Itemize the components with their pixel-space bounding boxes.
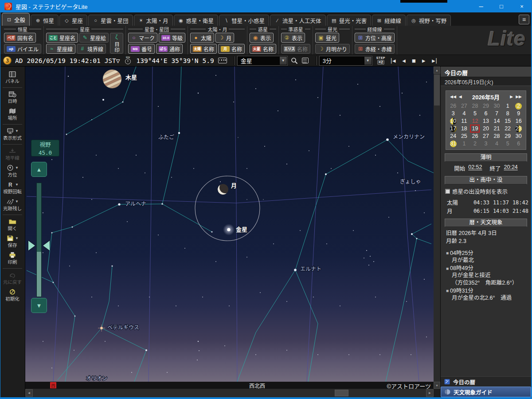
- calendar-day[interactable]: 29: [481, 102, 492, 110]
- planet-show-button[interactable]: ◉表示: [250, 33, 274, 43]
- calendar-day[interactable]: 31: [448, 140, 459, 147]
- calendar-day[interactable]: 30: [513, 133, 524, 140]
- sidebar-tool-item-[interactable]: 元に戻す: [0, 270, 25, 287]
- boundary-line-button[interactable]: #境界線: [77, 44, 106, 54]
- nebula-nickname-button[interactable]: ばら通称: [156, 44, 183, 54]
- target-select[interactable]: 金星 ▼: [238, 56, 287, 65]
- calendar-day[interactable]: 18: [459, 125, 470, 132]
- skip-back-button[interactable]: |◀: [390, 58, 395, 64]
- calendar-day[interactable]: 13: [481, 117, 492, 125]
- calendar-day[interactable]: 3: [481, 140, 492, 147]
- calendar-day[interactable]: 7: [491, 110, 502, 117]
- sidebar-tool-item-[interactable]: ▼表示形式: [0, 126, 25, 143]
- calendar-day[interactable]: 14: [491, 117, 502, 125]
- twilight-end-time[interactable]: 20:24: [504, 164, 518, 172]
- scroll-right-arrow[interactable]: ►: [426, 389, 434, 397]
- tab-general[interactable]: ⊡全般: [2, 13, 30, 26]
- timezone-dropdown[interactable]: JST▽: [105, 57, 120, 64]
- tab-daylight[interactable]: ▤昼光・光害: [327, 15, 372, 26]
- time-value[interactable]: 19:42:01: [70, 57, 101, 64]
- sidebar-tool-item-[interactable]: 場所: [0, 106, 25, 123]
- ribbon-menu-button[interactable]: ≡: [519, 15, 529, 24]
- search-icon[interactable]: [291, 57, 298, 64]
- zoom-in-button[interactable]: ▲: [31, 162, 47, 177]
- calendar-day[interactable]: 26: [469, 133, 481, 140]
- calendar-day[interactable]: 17: [448, 125, 459, 132]
- calendar-day[interactable]: 9: [513, 110, 524, 117]
- sun-name-button[interactable]: 太陽名称: [190, 44, 217, 54]
- nebula-mark-button[interactable]: ○マーク: [128, 33, 157, 43]
- sidebar-tool-item-[interactable]: 印刷: [0, 250, 25, 267]
- azimuth-altitude-button[interactable]: ⊞方位・高度: [355, 33, 395, 43]
- nebula-magnitude-button[interactable]: 10.0等級: [159, 33, 185, 43]
- sidebar-tool-item-[interactable]: 開く: [0, 216, 25, 233]
- calendar-day[interactable]: 27: [459, 102, 470, 110]
- calendar-day[interactable]: 11: [459, 117, 470, 125]
- fov-slider-handle-left[interactable]: [28, 241, 35, 250]
- skip-forward-button[interactable]: ▶|: [432, 58, 437, 64]
- calendar-day[interactable]: 6: [481, 110, 492, 117]
- longitude-value[interactable]: 139°44'E: [137, 57, 168, 64]
- calendar-day[interactable]: 27: [481, 133, 492, 140]
- calendar-day[interactable]: 2: [469, 140, 481, 147]
- calendar-day[interactable]: 2: [513, 102, 524, 110]
- sidebar-tool-item-[interactable]: ▼方位: [0, 163, 25, 180]
- panel-tab-item-[interactable]: 今日の暦: [441, 376, 531, 387]
- limit-magnitude-value[interactable]: 5.9: [203, 57, 214, 64]
- sky-map[interactable]: 木星月金星ふたごアルヘナメンカリナンぎょしゃエルナトベテルギウスオリオン: [25, 66, 434, 382]
- zoom-out-button[interactable]: ▼: [31, 298, 47, 313]
- calendar-day[interactable]: 16: [513, 117, 524, 125]
- tab-stars[interactable]: ⊕恒星: [31, 15, 59, 26]
- scroll-down-arrow[interactable]: ▼: [434, 382, 440, 389]
- sidebar-tool-item-[interactable]: ▼光跡残し: [0, 196, 25, 213]
- sidebar-tool-item-[interactable]: パネル: [0, 69, 25, 86]
- sun-button[interactable]: ●太陽: [190, 33, 214, 43]
- calendar-day[interactable]: 12: [469, 117, 481, 125]
- calendar-next-year-button[interactable]: ▶▶: [514, 94, 523, 99]
- object-list-icon[interactable]: [302, 58, 309, 63]
- dwarf-planet-name-button[interactable]: エリス名称: [281, 44, 310, 54]
- tab-comet[interactable]: ∖彗星・小惑星: [219, 15, 269, 26]
- scroll-left-arrow[interactable]: ◄: [25, 389, 33, 397]
- moonlight-button[interactable]: ☽月明かり: [315, 44, 350, 54]
- tab-fov[interactable]: ◎視野・写野: [407, 15, 451, 26]
- calendar-day[interactable]: 24: [448, 133, 459, 140]
- calendar-next-month-button[interactable]: ▶: [509, 94, 514, 99]
- calendar-day[interactable]: 20: [481, 125, 492, 132]
- planet-name-button[interactable]: 火星名称: [250, 44, 276, 54]
- constellation-name-button[interactable]: こと星座名: [46, 33, 78, 43]
- calendar-day[interactable]: 29: [502, 133, 513, 140]
- maximize-button[interactable]: □: [491, 0, 512, 12]
- keyboard-icon[interactable]: [218, 58, 227, 63]
- sidebar-tool-item-[interactable]: 日時: [0, 89, 25, 106]
- proper-name-button[interactable]: ベガ固有名: [4, 33, 36, 43]
- horizontal-scrollbar[interactable]: ◄ ►: [25, 389, 434, 397]
- step-interval-select[interactable]: 3分 ▼: [320, 56, 372, 65]
- moon-name-button[interactable]: 月名称: [218, 44, 245, 54]
- calendar-day[interactable]: 26: [448, 102, 459, 110]
- checkbox-icon[interactable]: [445, 189, 450, 194]
- constellation-art-button[interactable]: ✎星座絵: [79, 33, 109, 43]
- calendar-day[interactable]: 30: [491, 102, 502, 110]
- bayer-button[interactable]: αβバイエル: [4, 44, 41, 54]
- play-backward-button[interactable]: ◀: [402, 58, 405, 64]
- calendar-prev-year-button[interactable]: ◀◀: [449, 94, 458, 99]
- close-button[interactable]: ×: [512, 0, 532, 12]
- calendar-day[interactable]: 1: [459, 140, 470, 147]
- calendar-day[interactable]: 28: [469, 102, 481, 110]
- constellation-line-button[interactable]: ≈星座線: [46, 44, 75, 54]
- calendar-day[interactable]: 21: [491, 125, 502, 132]
- sidebar-tool-item-[interactable]: 地平線: [0, 146, 25, 163]
- calendar-day[interactable]: 28: [491, 133, 502, 140]
- calendar-day[interactable]: 23: [513, 125, 524, 132]
- tab-sun-moon[interactable]: ☀太陽・月: [134, 15, 173, 26]
- calendar-day[interactable]: 19: [469, 125, 481, 132]
- calendar-day[interactable]: 15: [502, 117, 513, 125]
- star-chart[interactable]: 木星月金星ふたごアルヘナメンカリナンぎょしゃエルナトベテルギウスオリオン 視野 …: [25, 66, 434, 382]
- landmark-button[interactable]: ζ目印: [110, 33, 123, 54]
- scroll-up-arrow[interactable]: ▲: [434, 66, 440, 74]
- calendar-day[interactable]: 1: [502, 102, 513, 110]
- sidebar-tool-item-[interactable]: 初期化: [0, 287, 25, 304]
- calendar-day[interactable]: 8: [502, 110, 513, 117]
- sidebar-tool-item-[interactable]: ▼保存: [0, 233, 25, 250]
